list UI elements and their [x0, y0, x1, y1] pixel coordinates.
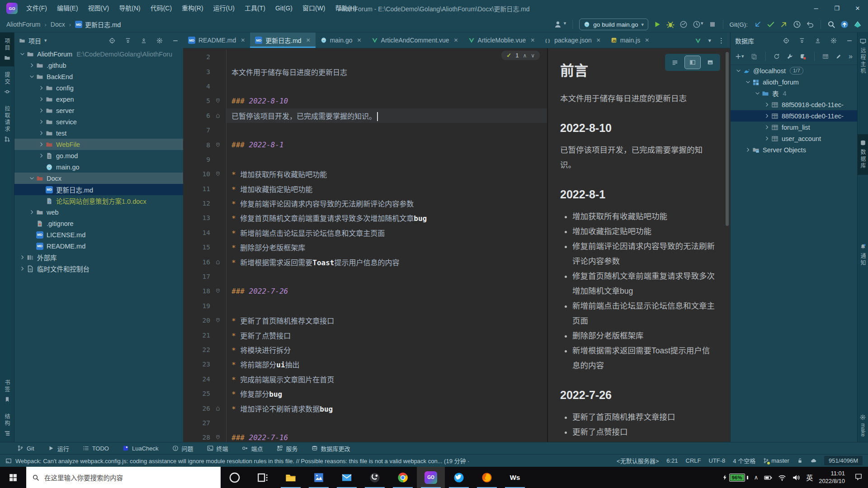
expand-icon[interactable]	[125, 38, 131, 44]
taskbar-app-cortana[interactable]	[221, 467, 249, 488]
database-tree-row-4[interactable]: 88f50918-cde0-11ec-	[731, 110, 857, 122]
database-tree-row-3[interactable]: 88f50918-cde0-11ec-	[731, 99, 857, 110]
editor-line-9[interactable]: 9	[183, 152, 547, 167]
chevron-down-icon[interactable]	[18, 51, 27, 57]
stripe-item-拉取请求[interactable]: 拉取请求	[0, 100, 14, 148]
stripe-item-通知[interactable]: 通知	[858, 238, 868, 272]
chevron-right-icon[interactable]	[18, 254, 27, 260]
toolwindow-终端[interactable]: 终端	[207, 444, 228, 453]
taskbar-app-goland[interactable]: GO	[417, 467, 445, 488]
fold-marker-icon[interactable]	[210, 142, 226, 148]
editor-line-4[interactable]: 4	[183, 79, 547, 94]
collapse-icon[interactable]	[141, 38, 147, 44]
chevron-down-icon[interactable]	[28, 175, 36, 181]
taskbar-clock[interactable]: 11:012022/8/10	[819, 470, 845, 485]
toolwindow-TODO[interactable]: TODO	[83, 445, 109, 452]
menu-item-5[interactable]: 重构(R)	[177, 0, 208, 17]
settings-icon[interactable]	[830, 38, 837, 44]
maximize-button[interactable]: ❐	[826, 0, 847, 17]
editor-line-20[interactable]: 20* 更新了首页随机推荐文章接口	[183, 313, 547, 328]
stripe-item-书签[interactable]: 书签	[0, 374, 14, 408]
status-item-0[interactable]: <无默认服务器>	[617, 456, 659, 465]
close-icon[interactable]: ✕	[306, 37, 311, 43]
close-icon[interactable]: ✕	[357, 37, 362, 43]
chevron-right-icon[interactable]	[763, 102, 771, 108]
split-view-button[interactable]	[685, 56, 700, 69]
editor-line-19[interactable]: 19	[183, 299, 547, 313]
chevron-down-icon[interactable]	[28, 74, 36, 80]
minimize-icon[interactable]	[846, 38, 853, 44]
menu-item-1[interactable]: 编辑(E)	[52, 0, 83, 17]
preview-scrollbar[interactable]	[726, 52, 729, 226]
chevron-down-icon[interactable]	[744, 79, 752, 85]
taskbar-app-obs[interactable]	[361, 467, 389, 488]
project-tree-row-15[interactable]: .gitignore	[14, 218, 183, 229]
editor-view-button[interactable]	[667, 56, 683, 69]
fold-marker-icon[interactable]	[210, 317, 226, 324]
stripe-item-make[interactable]: make	[858, 409, 868, 442]
project-tree-row-4[interactable]: expen	[14, 94, 183, 105]
project-tree-row-12[interactable]: MD更新日志.md	[14, 184, 183, 195]
git-rollback-icon[interactable]	[806, 20, 814, 28]
jump-to-console-icon[interactable]	[822, 53, 829, 60]
project-tree-row-10[interactable]: main.go	[14, 161, 183, 173]
fold-marker-icon[interactable]	[210, 288, 226, 294]
expand-icon[interactable]	[799, 38, 805, 44]
project-tree-row-8[interactable]: WebFile	[14, 139, 183, 150]
editor-line-21[interactable]: 21* 更新了点赞接口	[183, 328, 547, 342]
chevron-right-icon[interactable]	[28, 62, 36, 68]
editor-line-17[interactable]: 17	[183, 269, 547, 284]
project-tree-row-14[interactable]: web	[14, 206, 183, 218]
toolwindow-数据库更改[interactable]: 数据库更改	[311, 444, 350, 453]
project-header-tab[interactable]: 项目▾	[19, 36, 47, 45]
editor-line-10[interactable]: 10* 增加获取所有收藏贴吧功能	[183, 167, 547, 181]
code-with-me-icon[interactable]	[854, 20, 862, 28]
taskbar-app-webstorm[interactable]: Ws	[501, 467, 529, 488]
status-item-1[interactable]: 6:21	[666, 457, 678, 464]
close-icon[interactable]: ✕	[454, 37, 458, 43]
editor-line-2[interactable]: 2	[183, 50, 547, 64]
minimize-icon[interactable]	[172, 38, 179, 44]
stripe-item-提交[interactable]: 提交	[0, 66, 14, 100]
chevron-down-icon[interactable]	[734, 68, 743, 74]
chevron-right-icon[interactable]	[37, 130, 46, 136]
tab-ArticleAndComment.vue[interactable]: ArticleAndComment.vue✕	[367, 33, 463, 48]
breadcrumb-item-1[interactable]: Docx	[51, 21, 65, 28]
editor-line-18[interactable]: 18### 2022-7-26	[183, 284, 547, 298]
toolwindow-Git[interactable]: Git	[17, 445, 34, 452]
chevron-right-icon[interactable]	[37, 108, 46, 113]
editor-line-26[interactable]: 26* 增加评论不刷新请求数据bug	[183, 401, 547, 415]
taskbar-app-explorer[interactable]	[277, 467, 305, 488]
project-tree-row-19[interactable]: 临时文件和控制台	[14, 263, 183, 274]
fold-marker-icon[interactable]	[210, 171, 226, 177]
status-message[interactable]: Webpack: Can't analyze webpack.config.js…	[15, 456, 617, 465]
editor-line-12[interactable]: 12* 修复前端评论因请求内容导致的无法刷新评论内容参数	[183, 196, 547, 211]
project-tree-row-5[interactable]: server	[14, 105, 183, 116]
project-tree-row-13[interactable]: ?论坛网站创意策划方案1.0.docx	[14, 195, 183, 206]
menu-item-3[interactable]: 导航(N)	[114, 0, 145, 17]
project-tree-row-7[interactable]: test	[14, 127, 183, 139]
minimize-button[interactable]: ─	[806, 0, 826, 17]
stripe-item-结构[interactable]: 结构	[0, 408, 14, 442]
inspections-widget[interactable]: ✓1∧∨	[501, 51, 540, 60]
editor-line-24[interactable]: 24* 完成前端展示文章图片在首页	[183, 372, 547, 386]
more-icon[interactable]: »	[849, 52, 853, 61]
database-tree-row-2[interactable]: 表4	[731, 88, 857, 99]
settings-icon[interactable]	[156, 38, 163, 44]
tab-ArticleMoblie.vue[interactable]: ArticleMoblie.vue✕	[463, 33, 540, 48]
input-language[interactable]: 英	[806, 473, 813, 482]
duplicate-icon[interactable]	[751, 53, 757, 60]
disconnect-icon[interactable]	[800, 53, 806, 60]
editor-line-8[interactable]: 8### 2022-8-1	[183, 137, 547, 152]
run-config-selector[interactable]: go build main.go▾	[579, 19, 648, 30]
chevron-right-icon[interactable]	[37, 85, 46, 91]
stripe-item-项目[interactable]: 项目	[0, 33, 14, 66]
chevron-right-icon[interactable]	[763, 113, 771, 119]
editor-line-3[interactable]: 3本文件用于储存每日进度的更新日志	[183, 64, 547, 79]
editor-line-16[interactable]: 16* 新增根据需求返回需要Toast提示用户信息的内容	[183, 254, 547, 269]
project-tree-row-16[interactable]: MDLICENSE.md	[14, 229, 183, 240]
fold-marker-icon[interactable]	[210, 259, 226, 265]
taskbar-app-mail[interactable]	[333, 467, 361, 488]
volume-icon[interactable]	[792, 474, 800, 482]
fold-marker-icon[interactable]	[210, 434, 226, 441]
